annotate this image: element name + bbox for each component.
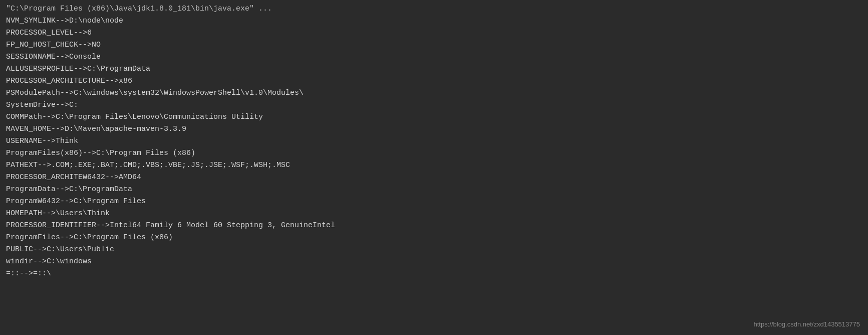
terminal-line: ProgramFiles(x86)-->C:\Program Files (x8… (6, 147, 862, 159)
terminal-line: MAVEN_HOME-->D:\Maven\apache-maven-3.3.9 (6, 123, 862, 135)
terminal-line: PATHEXT-->.COM;.EXE;.BAT;.CMD;.VBS;.VBE;… (6, 159, 862, 172)
terminal-line: ALLUSERSPROFILE-->C:\ProgramData (6, 63, 862, 75)
terminal-line: ProgramData-->C:\ProgramData (6, 184, 862, 196)
watermark: https://blog.csdn.net/zxd1435513775 (754, 319, 860, 330)
terminal-line: ProgramW6432-->C:\Program Files (6, 196, 862, 208)
terminal-line: PROCESSOR_ARCHITEW6432-->AMD64 (6, 172, 862, 184)
terminal-line: PROCESSOR_ARCHITECTURE-->x86 (6, 75, 862, 87)
terminal-line: PUBLIC-->C:\Users\Public (6, 244, 862, 256)
terminal-line: NVM_SYMLINK-->D:\node\node (6, 15, 862, 27)
terminal-line: PROCESSOR_IDENTIFIER-->Intel64 Family 6 … (6, 220, 862, 232)
terminal-line: SESSIONNAME-->Console (6, 51, 862, 63)
terminal-line: ProgramFiles-->C:\Program Files (x86) (6, 232, 862, 244)
terminal-line: =::-->=::\ (6, 268, 862, 280)
terminal-line: PSModulePath-->C:\windows\system32\Windo… (6, 87, 862, 99)
terminal-output: NVM_SYMLINK-->D:\node\nodePROCESSOR_LEVE… (6, 15, 862, 280)
terminal-window: "C:\Program Files (x86)\Java\jdk1.8.0_18… (0, 0, 868, 335)
terminal-line: HOMEPATH-->\Users\Think (6, 208, 862, 220)
terminal-line: COMMPath-->C:\Program Files\Lenovo\Commu… (6, 111, 862, 123)
terminal-title-line: "C:\Program Files (x86)\Java\jdk1.8.0_18… (6, 3, 862, 15)
terminal-line: FP_NO_HOST_CHECK-->NO (6, 39, 862, 51)
terminal-line: windir-->C:\windows (6, 256, 862, 268)
terminal-line: PROCESSOR_LEVEL-->6 (6, 27, 862, 39)
terminal-line: USERNAME-->Think (6, 135, 862, 147)
terminal-line: SystemDrive-->C: (6, 99, 862, 111)
